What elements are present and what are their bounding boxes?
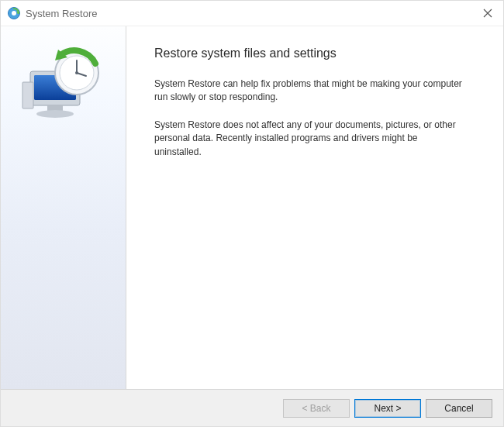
system-restore-app-icon	[7, 6, 21, 20]
wizard-main-panel: Restore system files and settings System…	[126, 26, 503, 389]
wizard-footer: < Back Next > Cancel	[1, 389, 503, 426]
next-button[interactable]: Next >	[354, 399, 421, 418]
svg-point-2	[12, 11, 16, 15]
svg-point-13	[75, 71, 78, 74]
content-area: Restore system files and settings System…	[1, 26, 503, 389]
wizard-sidebar	[1, 26, 126, 389]
description-paragraph-2: System Restore does not affect any of yo…	[154, 119, 464, 159]
cancel-button[interactable]: Cancel	[426, 399, 492, 418]
page-heading: Restore system files and settings	[154, 46, 477, 60]
back-button: < Back	[283, 399, 350, 418]
system-restore-illustration-icon	[21, 42, 106, 127]
close-icon	[483, 9, 492, 18]
window-title: System Restore	[26, 8, 97, 19]
close-button[interactable]	[480, 5, 495, 21]
svg-rect-8	[22, 82, 33, 108]
svg-point-7	[36, 110, 74, 118]
titlebar: System Restore	[1, 1, 503, 26]
description-paragraph-1: System Restore can help fix problems tha…	[154, 77, 464, 105]
